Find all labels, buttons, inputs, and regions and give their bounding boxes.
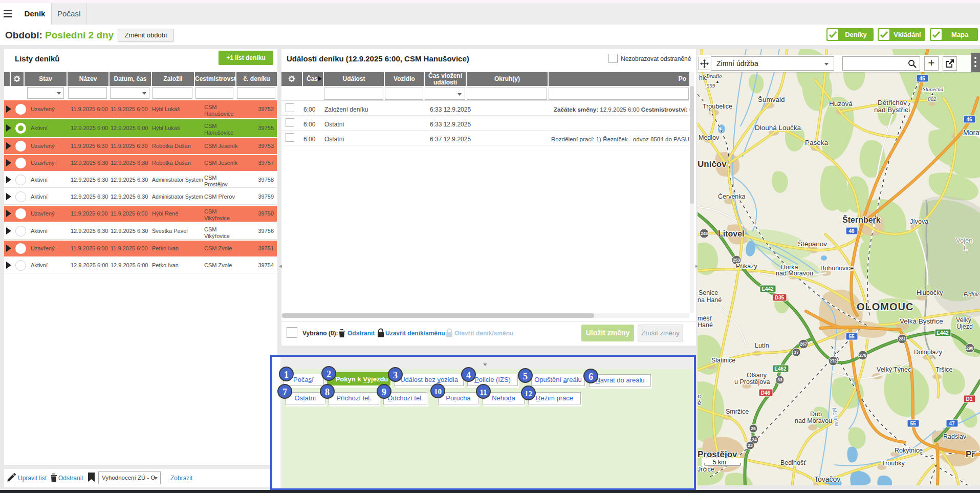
- svg-text:Př: Př: [966, 449, 975, 459]
- svg-text:23: 23: [748, 443, 753, 448]
- svg-text:Velká Bystřice: Velká Bystřice: [900, 317, 943, 325]
- svg-text:290: 290: [966, 346, 973, 351]
- svg-text:Moravs: Moravs: [963, 128, 980, 137]
- svg-text:Paseka: Paseka: [805, 139, 829, 146]
- svg-text:281: 281: [899, 336, 906, 341]
- svg-text:D35: D35: [775, 295, 785, 301]
- svg-text:Lutín: Lutín: [755, 342, 769, 349]
- svg-text:Velký Týnec: Velký Týnec: [877, 366, 911, 373]
- svg-text:Smržice: Smržice: [726, 408, 749, 415]
- svg-text:Troubky: Troubky: [882, 460, 905, 467]
- svg-text:Bohuňovice: Bohuňovice: [820, 265, 854, 272]
- svg-text:55: 55: [848, 334, 855, 339]
- svg-text:272: 272: [830, 358, 837, 363]
- svg-text:26: 26: [751, 426, 756, 431]
- svg-text:Dětřichov: Dětřichov: [878, 99, 907, 106]
- svg-text:802: 802: [928, 96, 937, 102]
- svg-text:Huzová: Huzová: [829, 100, 853, 108]
- svg-text:Bedihošť: Bedihošť: [780, 459, 806, 466]
- svg-text:Velký: Velký: [956, 316, 972, 324]
- svg-text:měšť: měšť: [698, 315, 712, 322]
- svg-text:Senice: Senice: [699, 289, 718, 296]
- svg-text:E442: E442: [761, 286, 774, 292]
- svg-text:Jrčice: Jrčice: [698, 466, 714, 473]
- svg-text:Uničov: Uničov: [698, 159, 727, 169]
- svg-text:267: 267: [800, 341, 807, 347]
- svg-text:37: 37: [794, 350, 799, 355]
- svg-text:Radslav: Radslav: [943, 433, 967, 440]
- svg-text:é: é: [698, 399, 701, 406]
- svg-text:Dlouhá Loučka: Dlouhá Loučka: [755, 124, 801, 132]
- svg-text:45: 45: [919, 76, 925, 81]
- svg-text:276: 276: [859, 353, 866, 358]
- svg-text:Fidlův: Fidlův: [964, 291, 979, 297]
- svg-text:Tršice: Tršice: [935, 366, 953, 373]
- svg-text:Olšany: Olšany: [747, 372, 767, 379]
- svg-text:24: 24: [752, 437, 757, 442]
- svg-text:Jívová: Jívová: [910, 218, 928, 225]
- svg-text:Slatinice: Slatinice: [711, 357, 735, 364]
- svg-text:Rokytnice: Rokytnice: [895, 447, 923, 454]
- svg-text:u Prostějova: u Prostějova: [734, 378, 770, 385]
- svg-text:D46: D46: [761, 390, 771, 396]
- svg-text:Šumvald: Šumvald: [758, 96, 785, 103]
- svg-text:nad Bystřicí: nad Bystřicí: [874, 106, 910, 114]
- svg-text:Tovačov: Tovačov: [814, 475, 840, 483]
- svg-text:248: 248: [701, 231, 708, 236]
- svg-text:55: 55: [910, 421, 916, 426]
- svg-text:OLOMOUC: OLOMOUC: [857, 301, 913, 312]
- svg-text:c: c: [698, 393, 701, 400]
- svg-text:Prostějov: Prostějov: [698, 449, 737, 459]
- svg-text:46: 46: [966, 117, 972, 122]
- svg-text:Medlov: Medlov: [699, 134, 720, 141]
- svg-text:Vojen: Vojen: [956, 237, 973, 244]
- svg-text:46: 46: [848, 228, 855, 234]
- svg-text:L: L: [964, 244, 967, 252]
- svg-text:Šternberk: Šternberk: [842, 215, 881, 224]
- svg-text:Bradlo: Bradlo: [706, 73, 722, 79]
- svg-text:Příkazy: Příkazy: [736, 263, 757, 270]
- svg-text:nad Moravou: nad Moravou: [795, 417, 832, 424]
- svg-text:▲: ▲: [715, 79, 720, 84]
- svg-text:47: 47: [949, 421, 955, 426]
- svg-text:599: 599: [707, 82, 715, 89]
- svg-text:E462: E462: [774, 366, 787, 372]
- svg-text:253: 253: [733, 258, 740, 263]
- svg-text:nad Moravou: nad Moravou: [776, 270, 813, 277]
- svg-text:Újezd: Újezd: [956, 323, 973, 330]
- svg-text:Hlubočky: Hlubočky: [917, 289, 943, 296]
- svg-text:D1: D1: [966, 396, 973, 402]
- svg-text:5 km: 5 km: [713, 459, 726, 466]
- svg-text:Troubelice: Troubelice: [703, 103, 732, 110]
- svg-text:na Hané: na Hané: [698, 296, 722, 304]
- svg-text:Doloplazy: Doloplazy: [914, 349, 943, 356]
- svg-text:▲: ▲: [930, 92, 934, 96]
- svg-text:Červenka: Červenka: [718, 192, 746, 200]
- svg-text:Litovel: Litovel: [718, 229, 745, 238]
- svg-text:Dub: Dub: [810, 411, 822, 418]
- svg-text:Hané: Hané: [698, 321, 713, 329]
- svg-text:33: 33: [777, 377, 782, 382]
- svg-text:E442: E442: [937, 330, 949, 336]
- svg-text:Štěpánov: Štěpánov: [798, 240, 827, 248]
